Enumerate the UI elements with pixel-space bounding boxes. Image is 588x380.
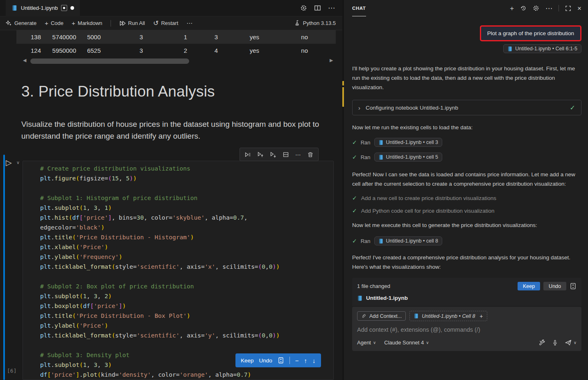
chat-conversation: Plot a graph of the price distribution U… (344, 16, 588, 380)
tab-chat[interactable]: CHAT (352, 0, 366, 16)
chat-input-box[interactable]: Add Context... Untitled-1.ipynb • Cell 8… (352, 307, 581, 351)
tab-title: Untitled-1.ipynb (21, 5, 58, 11)
assistant-paragraph: Now let me run the existing cells to loa… (352, 123, 581, 132)
notebook-icon (378, 140, 384, 145)
cell-reference-chip[interactable]: Untitled-1.ipynb • cell 5 (374, 153, 442, 162)
run-cells-above-icon[interactable] (257, 151, 264, 158)
undo-button[interactable]: Undo (259, 358, 272, 364)
editor-tab-bar: Untitled-1.ipynb ⋯ (0, 0, 342, 16)
settings-gear-icon[interactable] (300, 4, 307, 11)
scroll-right-icon[interactable]: ▶ (330, 58, 333, 63)
split-editor-icon[interactable] (314, 4, 321, 11)
assistant-paragraph: Perfect! I've created a comprehensive pr… (352, 253, 581, 272)
keep-button[interactable]: Keep (241, 358, 254, 364)
run-all-icon (119, 20, 126, 27)
split-cell-icon[interactable] (283, 151, 289, 158)
attached-cell-chip[interactable]: Untitled-1.ipynb • Cell 8 + (409, 311, 487, 321)
editor-more-actions-icon[interactable]: ⋯ (328, 4, 335, 11)
previous-change-icon[interactable]: ↑ (304, 357, 308, 364)
notebook-icon (378, 155, 384, 160)
send-button[interactable]: ∨ (565, 339, 577, 346)
run-options-chevron-icon[interactable]: ∨ (16, 160, 20, 165)
tools-icon[interactable] (539, 340, 545, 346)
changes-summary: 1 file changed (357, 283, 390, 289)
sparkle-icon (6, 20, 12, 26)
separator (289, 357, 290, 364)
restart-kernel-button[interactable]: ↺ Restart (153, 19, 178, 27)
model-picker[interactable]: Claude Sonnet 4 ∨ (384, 340, 429, 346)
close-icon[interactable]: × (577, 5, 581, 12)
chevron-down-icon: ∨ (574, 340, 577, 345)
unsaved-changes-icon[interactable] (70, 6, 74, 10)
microphone-icon[interactable] (552, 340, 558, 346)
separator (559, 5, 559, 11)
notebook-icon (414, 313, 419, 319)
add-attachment-icon[interactable]: + (479, 313, 483, 319)
success-check-icon: ✓ (352, 139, 357, 146)
run-cell-and-below-icon[interactable] (270, 151, 276, 158)
collapse-icon[interactable]: − (295, 357, 299, 364)
chat-more-actions-icon[interactable]: ⋯ (545, 5, 552, 12)
maximize-icon[interactable] (565, 5, 571, 11)
chat-settings-gear-icon[interactable] (533, 5, 539, 11)
plus-icon: + (72, 20, 75, 27)
chat-input-field[interactable]: Add context (#), extensions (@), command… (357, 326, 577, 333)
horizontal-scrollbar[interactable] (30, 58, 189, 64)
notebook-icon (11, 5, 18, 11)
tab-untitled-1[interactable]: Untitled-1.ipynb (6, 0, 80, 16)
new-chat-icon[interactable]: + (510, 5, 514, 12)
ran-cell-item: ✓ Ran Untitled-1.ipynb • cell 5 (352, 153, 581, 162)
dataframe-row: 13857400005000313yesno (16, 30, 336, 44)
chat-panel: CHAT + ⋯ × Plot a graph of the price dis… (344, 0, 588, 380)
kernel-picker[interactable]: Python 3.13.5 (294, 20, 336, 26)
success-check-icon: ✓ (570, 104, 575, 112)
assistant-paragraph: Now let me execute this cell to generate… (352, 220, 581, 230)
mode-picker[interactable]: Agent ∨ (357, 340, 376, 346)
keep-button[interactable]: Keep (518, 282, 540, 290)
run-by-line-icon[interactable] (244, 151, 251, 158)
scroll-left-icon[interactable]: ◀ (23, 58, 26, 63)
tool-status-expander[interactable]: › Configuring notebook Untitled-1.ipynb … (352, 100, 581, 115)
chevron-down-icon: ∨ (373, 340, 376, 345)
notebook-editor-panel: Untitled-1.ipynb ⋯ Generate + Code + Mar… (0, 0, 342, 380)
completed-task-item: ✓ Add a new cell to create price distrib… (352, 195, 581, 201)
add-code-cell-button[interactable]: + Code (45, 20, 63, 27)
generate-button[interactable]: Generate (6, 20, 36, 26)
diff-file-icon[interactable] (570, 283, 577, 290)
run-cell-icon[interactable]: ▷ (6, 158, 12, 167)
delete-cell-icon[interactable] (307, 151, 314, 158)
cell-more-actions-icon[interactable]: ⋯ (295, 152, 301, 157)
chat-header: CHAT + ⋯ × (344, 0, 588, 16)
send-icon (565, 339, 572, 346)
user-message-bubble: Plot a graph of the price distribution (480, 25, 581, 41)
markdown-paragraph: Visualize the distribution of house pric… (21, 118, 331, 142)
chevron-right-icon: › (358, 104, 360, 111)
diff-file-icon[interactable] (278, 357, 284, 364)
message-context-chip[interactable]: Untitled-1.ipynb • Cell 6:1-5 (503, 44, 581, 53)
cell-reference-chip[interactable]: Untitled-1.ipynb • cell 8 (374, 236, 442, 245)
notebook-icon (378, 238, 384, 244)
toolbar-more-actions-icon[interactable]: ⋯ (186, 20, 192, 26)
next-change-icon[interactable]: ↓ (312, 357, 316, 364)
success-check-icon: ✓ (352, 238, 357, 244)
code-editor[interactable]: # Create price distribution visualizatio… (23, 161, 334, 380)
add-context-button[interactable]: Add Context... (357, 311, 406, 321)
run-all-button[interactable]: Run All (119, 20, 145, 27)
paperclip-icon (361, 313, 366, 319)
notebook-icon (507, 46, 513, 52)
history-icon[interactable] (520, 5, 527, 11)
kernel-icon (294, 20, 301, 26)
markdown-heading: 3. Price Distribution Analysis (21, 83, 215, 100)
completed-task-item: ✓ Add Python code cell for price distrib… (352, 207, 581, 214)
changed-file-item[interactable]: Untitled-1.ipynb (357, 295, 577, 301)
preview-mode-icon[interactable] (61, 5, 67, 11)
add-markdown-cell-button[interactable]: + Markdown (72, 20, 102, 27)
restart-icon: ↺ (153, 19, 158, 27)
ran-cell-item: ✓ Ran Untitled-1.ipynb • cell 8 (352, 236, 581, 245)
plus-icon: + (45, 20, 48, 27)
success-check-icon: ✓ (352, 154, 357, 160)
chevron-down-icon: ∨ (426, 340, 429, 345)
undo-button[interactable]: Undo (543, 282, 566, 290)
success-check-icon: ✓ (352, 207, 357, 214)
cell-reference-chip[interactable]: Untitled-1.ipynb • cell 3 (374, 138, 442, 147)
